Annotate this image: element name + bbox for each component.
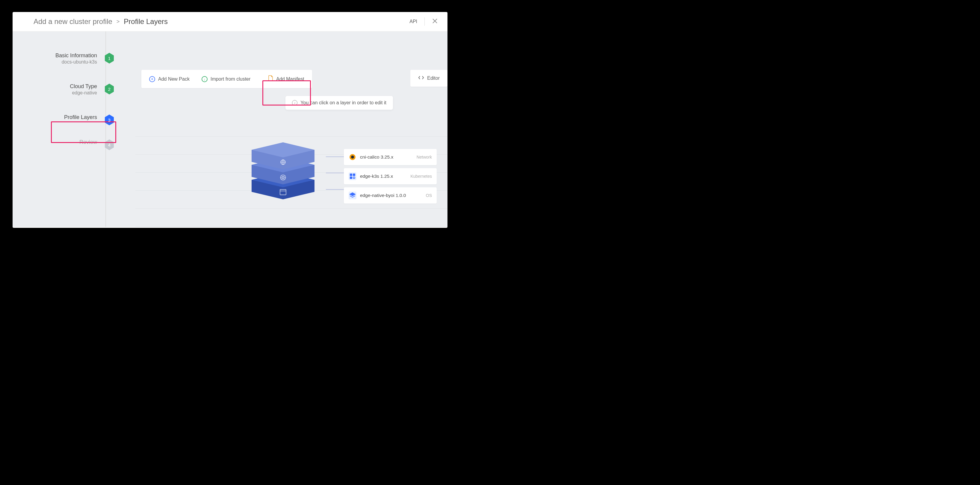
plus-icon: + bbox=[149, 76, 155, 82]
modal-header: Add a new cluster profile > Profile Laye… bbox=[13, 12, 447, 32]
svg-marker-33 bbox=[350, 193, 355, 196]
hint-tooltip: i You can click on a layer in order to e… bbox=[285, 96, 393, 110]
layer-type: Kubernetes bbox=[410, 174, 432, 179]
stepper: Basic Information docs-ubuntu-k3s 1 Clou… bbox=[13, 32, 111, 227]
step-profile-layers[interactable]: Profile Layers 3 bbox=[13, 114, 111, 121]
helm-icon bbox=[280, 174, 286, 182]
svg-point-13 bbox=[282, 177, 284, 178]
step-review[interactable]: Review 4 bbox=[13, 139, 111, 145]
connector-line bbox=[326, 173, 345, 173]
add-manifest-button[interactable]: Add Manifest bbox=[268, 75, 304, 83]
close-button[interactable] bbox=[432, 18, 438, 26]
layer-toolbar: + Add New Pack ↓ Import from cluster Add… bbox=[142, 70, 312, 88]
step-title: Basic Information bbox=[56, 53, 97, 59]
main-panel: + Add New Pack ↓ Import from cluster Add… bbox=[111, 32, 447, 227]
add-new-pack-button[interactable]: + Add New Pack bbox=[149, 76, 189, 82]
globe-icon bbox=[280, 159, 286, 166]
breadcrumb-separator: > bbox=[116, 19, 120, 25]
svg-rect-31 bbox=[350, 177, 352, 179]
svg-line-18 bbox=[281, 175, 282, 177]
download-icon: ↓ bbox=[202, 76, 208, 82]
svg-line-21 bbox=[281, 178, 282, 179]
modal-window: Add a new cluster profile > Profile Laye… bbox=[13, 12, 447, 228]
info-icon: i bbox=[292, 100, 298, 105]
connector-line bbox=[326, 189, 345, 190]
step-basic-information[interactable]: Basic Information docs-ubuntu-k3s 1 bbox=[13, 53, 111, 65]
window-icon bbox=[280, 189, 286, 196]
layer-cards: cni-calico 3.25.x Network edge-k3s 1.25.… bbox=[344, 149, 437, 207]
layer-type: OS bbox=[426, 193, 432, 198]
step-title: Profile Layers bbox=[64, 114, 97, 121]
connector-line bbox=[326, 156, 345, 157]
breadcrumb-current: Profile Layers bbox=[124, 18, 168, 26]
header-actions: API bbox=[409, 18, 438, 26]
svg-rect-30 bbox=[353, 174, 355, 176]
svg-line-19 bbox=[284, 178, 285, 179]
code-icon bbox=[418, 75, 424, 81]
layer-hex-network[interactable] bbox=[240, 141, 326, 174]
svg-point-32 bbox=[353, 177, 355, 179]
calico-icon bbox=[348, 153, 356, 161]
breadcrumb-parent[interactable]: Add a new cluster profile bbox=[33, 18, 112, 26]
step-subtitle: edge-native bbox=[70, 90, 97, 96]
layers-icon bbox=[348, 191, 356, 199]
layer-name: edge-k3s 1.25.x bbox=[360, 174, 407, 179]
file-icon bbox=[268, 75, 273, 83]
api-link[interactable]: API bbox=[409, 19, 417, 24]
step-title: Review bbox=[80, 139, 97, 145]
svg-rect-8 bbox=[280, 190, 286, 195]
step-subtitle: docs-ubuntu-k3s bbox=[56, 59, 97, 65]
breadcrumb: Add a new cluster profile > Profile Laye… bbox=[33, 18, 168, 26]
modal-content: Basic Information docs-ubuntu-k3s 1 Clou… bbox=[13, 32, 447, 227]
k3s-icon bbox=[348, 172, 356, 180]
layer-type: Network bbox=[417, 155, 432, 160]
step-cloud-type[interactable]: Cloud Type edge-native 2 bbox=[13, 83, 111, 96]
import-from-cluster-button[interactable]: ↓ Import from cluster bbox=[202, 76, 250, 82]
svg-rect-29 bbox=[350, 174, 352, 176]
editor-button[interactable]: Editor bbox=[410, 70, 447, 87]
svg-point-28 bbox=[351, 156, 354, 159]
layer-name: edge-native-byoi 1.0.0 bbox=[360, 193, 422, 198]
step-title: Cloud Type bbox=[70, 83, 97, 89]
layer-card-os[interactable]: edge-native-byoi 1.0.0 OS bbox=[344, 187, 437, 204]
layer-card-network[interactable]: cni-calico 3.25.x Network bbox=[344, 149, 437, 165]
svg-line-20 bbox=[284, 175, 285, 177]
layer-card-kubernetes[interactable]: edge-k3s 1.25.x Kubernetes bbox=[344, 168, 437, 184]
hint-text: You can click on a layer in order to edi… bbox=[301, 100, 387, 105]
layer-name: cni-calico 3.25.x bbox=[360, 155, 413, 160]
